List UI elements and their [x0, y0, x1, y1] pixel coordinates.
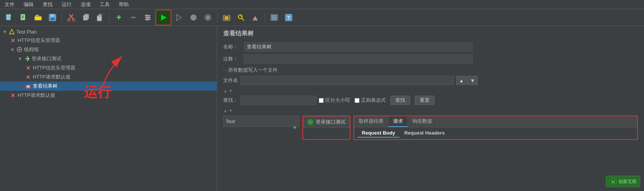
sub-tab-request-headers[interactable]: Request Headers	[400, 129, 449, 138]
tree-item-thread-group[interactable]: ▼ 线程组	[0, 45, 217, 54]
comment-input[interactable]	[244, 55, 473, 64]
svg-text:?: ?	[287, 15, 290, 21]
shield-icon: ✓	[307, 119, 313, 125]
tree-item-login-test[interactable]: ▼ 登录接口测试	[0, 54, 217, 63]
sub-tabs: Request Body Request Headers	[354, 127, 637, 139]
svg-point-29	[225, 16, 228, 19]
svg-line-32	[242, 18, 244, 21]
file-up-button[interactable]: ▲	[456, 76, 467, 85]
separator-2	[109, 12, 110, 23]
svg-rect-14	[85, 14, 89, 19]
list-button[interactable]	[267, 11, 281, 24]
sample-item[interactable]: ✓ 登录接口测试	[303, 116, 350, 128]
nav-arrows: ▲ ▼	[223, 88, 638, 93]
tree-panel: ▼ Test Plan HTTP信息头管理器 ▼ 线程组 ▼ 登录接口测试 HT…	[0, 26, 217, 191]
comment-label: 注释：	[223, 56, 244, 63]
case-sensitive-checkbox[interactable]	[319, 98, 324, 103]
svg-point-20	[146, 14, 148, 16]
tree-item-result-tree[interactable]: 查看结果树	[0, 82, 217, 91]
tabs-area: 取样器结果 请求 响应数据 Request Body Request Heade…	[353, 116, 638, 140]
svg-point-12	[72, 19, 75, 21]
start-no-pause-button[interactable]	[172, 11, 186, 24]
play-button-highlight	[155, 10, 171, 26]
file-input[interactable]	[241, 76, 454, 85]
menu-help[interactable]: 帮助	[117, 0, 130, 9]
separator-3	[217, 12, 217, 23]
regex-label[interactable]: 正则表达式	[355, 97, 386, 104]
svg-point-31	[238, 15, 242, 19]
search-input[interactable]	[240, 96, 316, 105]
svg-rect-8	[51, 18, 54, 20]
sub-tab-request-body[interactable]: Request Body	[357, 129, 400, 138]
svg-point-25	[190, 14, 197, 21]
cut-button[interactable]	[64, 11, 78, 24]
svg-text:✓: ✓	[309, 121, 312, 124]
tab-sampler-result[interactable]: 取样器结果	[354, 116, 388, 127]
svg-rect-27	[207, 16, 209, 19]
svg-point-21	[148, 16, 150, 18]
tree-item-http-header-2[interactable]: HTTP信息头管理器	[0, 63, 217, 72]
copy-button[interactable]	[79, 11, 93, 24]
add-button[interactable]: +	[112, 11, 126, 24]
svg-point-11	[68, 19, 70, 21]
menu-run[interactable]: 运行	[60, 0, 73, 9]
svg-rect-16	[99, 14, 102, 16]
config-button[interactable]	[141, 11, 155, 24]
case-sensitive-label[interactable]: 区分大小写	[319, 97, 350, 104]
watermark-icon: 创	[609, 178, 617, 185]
menu-tools[interactable]: 工具	[98, 0, 111, 9]
screenshot-button[interactable]	[220, 11, 233, 24]
all-data-label: ─ 所有数据写入一个文件	[223, 67, 638, 74]
name-label: 名称：	[223, 43, 244, 50]
file-row: 文件名 ▲ ▼	[223, 76, 638, 85]
search-button[interactable]	[234, 11, 248, 24]
remove-button[interactable]: −	[126, 11, 140, 24]
file-down-button[interactable]: ▼	[467, 76, 478, 85]
find-button[interactable]: 查找	[390, 96, 410, 105]
svg-point-22	[146, 18, 148, 20]
open-button[interactable]	[31, 11, 45, 24]
file-label: 文件名	[223, 77, 238, 84]
menu-file[interactable]: 文件	[3, 0, 16, 9]
help-button[interactable]: ?	[282, 11, 296, 24]
separator-1	[62, 12, 62, 23]
menu-bar: 文件 编辑 查找 运行 选项 工具 帮助	[0, 0, 644, 9]
sample-item-highlight: ✓ 登录接口测试	[302, 116, 350, 140]
menu-edit[interactable]: 编辑	[22, 0, 35, 9]
svg-rect-7	[50, 14, 54, 17]
shutdown-button[interactable]	[201, 11, 215, 24]
tab-response-data[interactable]: 响应数据	[408, 116, 437, 127]
reset-button[interactable]: 重置	[415, 96, 435, 105]
search-options: 区分大小写 正则表达式 查找 重置	[319, 96, 435, 105]
separator-4	[265, 12, 265, 23]
tree-item-http-default-2[interactable]: HTTP请求默认值	[0, 91, 217, 100]
text-dropdown[interactable]: Text RegExp Tester CSS/JQuery Tester XPa…	[223, 116, 299, 127]
new-button[interactable]	[2, 11, 16, 24]
template-button[interactable]	[17, 11, 30, 24]
tree-item-test-plan[interactable]: ▼ Test Plan	[0, 27, 217, 36]
svg-marker-24	[177, 14, 181, 21]
bottom-area: Text RegExp Tester CSS/JQuery Tester XPa…	[223, 116, 638, 140]
name-row: 名称：	[223, 42, 638, 51]
save-button[interactable]	[46, 11, 59, 24]
main-area: ▼ Test Plan HTTP信息头管理器 ▼ 线程组 ▼ 登录接口测试 HT…	[0, 26, 644, 191]
right-panel: 查看结果树 名称： 注释： ─ 所有数据写入一个文件 文件名 ▲ ▼ ▲ ▼	[217, 26, 644, 191]
stop-button[interactable]	[187, 11, 200, 24]
tab-request[interactable]: 请求	[388, 116, 408, 127]
toolbar: + − ?	[0, 9, 644, 26]
paste-button[interactable]	[93, 11, 107, 24]
menu-find[interactable]: 查找	[41, 0, 54, 9]
tree-item-http-default-1[interactable]: HTTP请求默认值	[0, 72, 217, 82]
menu-options[interactable]: 选项	[79, 0, 92, 9]
nav-arrows-2: ▲ ▼	[223, 108, 638, 113]
play-button[interactable]	[157, 11, 170, 24]
name-input[interactable]	[244, 42, 473, 51]
tree-item-http-header-1[interactable]: HTTP信息头管理器	[0, 36, 217, 45]
comment-row: 注释：	[223, 55, 638, 64]
regex-checkbox[interactable]	[355, 98, 360, 103]
brush-button[interactable]	[249, 11, 262, 24]
svg-marker-23	[161, 14, 166, 21]
file-arrows: ▲ ▼	[456, 76, 478, 85]
svg-rect-30	[225, 14, 228, 16]
panel-title: 查看结果树	[223, 30, 638, 38]
